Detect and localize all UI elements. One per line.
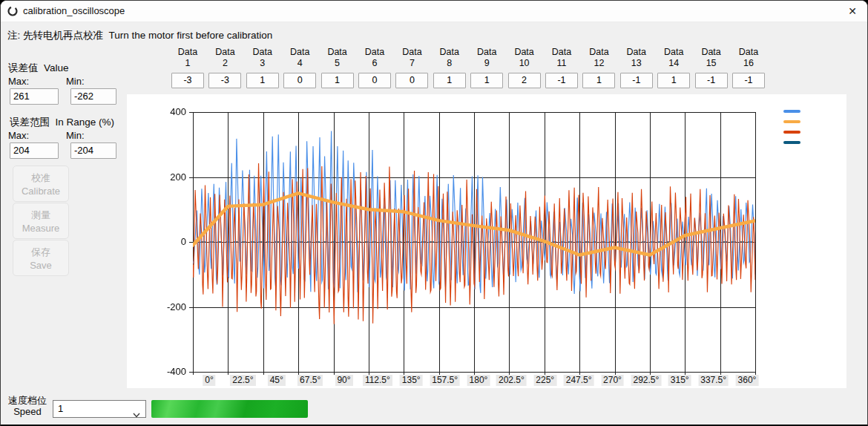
data-field-input-15[interactable]: -1 bbox=[695, 73, 728, 88]
x-axis-label: 0° bbox=[203, 375, 215, 386]
error-range-title: 误差范围 In Range (%) bbox=[10, 116, 114, 129]
save-button-label-en: Save bbox=[13, 260, 68, 271]
data-field-label: Data 4 bbox=[283, 47, 317, 69]
error-value-min-input[interactable]: -262 bbox=[70, 88, 116, 105]
data-field-label: Data 13 bbox=[619, 47, 654, 69]
data-field-11: Data 11-1 bbox=[545, 47, 579, 88]
error-value-min-label: Min: bbox=[66, 76, 85, 87]
data-field-label: Data 3 bbox=[246, 47, 280, 69]
error-value-title: 误差值 Value bbox=[8, 62, 69, 75]
x-axis-label: 67.5° bbox=[297, 375, 323, 386]
data-field-1: Data 1-3 bbox=[171, 47, 205, 88]
data-field-input-6[interactable]: 0 bbox=[358, 73, 391, 88]
data-field-label: Data 15 bbox=[694, 47, 729, 69]
data-field-3: Data 31 bbox=[246, 47, 280, 88]
calibrate-button-label-zh: 校准 bbox=[13, 171, 68, 185]
error-value-max-label: Max: bbox=[8, 76, 29, 87]
data-field-6: Data 60 bbox=[358, 47, 392, 88]
data-field-input-16[interactable]: -1 bbox=[732, 73, 765, 88]
save-button[interactable]: 保存 Save bbox=[13, 240, 69, 276]
save-button-label-zh: 保存 bbox=[13, 246, 68, 259]
data-field-input-8[interactable]: 1 bbox=[433, 73, 466, 88]
data-field-label: Data 6 bbox=[358, 47, 392, 69]
calibrate-button-label-en: Calibrate bbox=[13, 186, 68, 197]
data-field-label: Data 5 bbox=[320, 47, 355, 69]
x-axis-label: 337.5° bbox=[698, 375, 729, 386]
measure-button[interactable]: 测量 Measure bbox=[13, 203, 69, 239]
data-field-9: Data 91 bbox=[470, 47, 504, 88]
app-window: calibration_oscilloscope ✕ 注: 先转电机再点校准 T… bbox=[0, 0, 868, 426]
data-field-label: Data 1 bbox=[171, 47, 205, 69]
y-axis-label: -200 bbox=[149, 301, 186, 313]
data-field-input-14[interactable]: 1 bbox=[657, 73, 690, 88]
error-range-max-input[interactable]: 204 bbox=[10, 142, 59, 159]
data-field-input-13[interactable]: -1 bbox=[620, 73, 653, 88]
data-field-2: Data 2-3 bbox=[208, 47, 242, 88]
data-field-label: Data 9 bbox=[470, 47, 504, 69]
x-axis-label: 90° bbox=[335, 375, 352, 386]
measure-button-label-zh: 测量 bbox=[13, 209, 68, 222]
measure-button-label-en: Measure bbox=[13, 223, 68, 234]
legend-swatch-baseline-teal bbox=[783, 141, 800, 144]
data-field-input-3[interactable]: 1 bbox=[246, 73, 279, 88]
x-axis-label: 202.5° bbox=[496, 375, 527, 386]
data-field-input-4[interactable]: 0 bbox=[283, 73, 316, 88]
close-button[interactable]: ✕ bbox=[844, 3, 861, 19]
error-range-min-label: Min: bbox=[66, 130, 85, 141]
error-value-max-input[interactable]: 261 bbox=[10, 88, 59, 105]
x-axis-label: 22.5° bbox=[230, 375, 255, 386]
data-field-4: Data 40 bbox=[283, 47, 317, 88]
data-field-label: Data 7 bbox=[395, 47, 429, 69]
speed-select[interactable]: 1 bbox=[53, 400, 146, 418]
data-field-15: Data 15-1 bbox=[694, 47, 729, 88]
x-axis-label: 292.5° bbox=[631, 375, 661, 386]
data-field-label: Data 12 bbox=[582, 47, 616, 69]
data-field-14: Data 141 bbox=[657, 47, 691, 88]
x-axis-label: 247.5° bbox=[564, 375, 594, 386]
x-axis-label: 315° bbox=[668, 375, 691, 386]
data-field-label: Data 14 bbox=[657, 47, 691, 69]
oscilloscope-panel: 4002000-200-400 0°22.5°45°67.5°90°112.5°… bbox=[127, 94, 846, 388]
x-axis-label: 360° bbox=[736, 375, 759, 386]
x-axis-label: 45° bbox=[268, 375, 286, 386]
data-field-input-7[interactable]: 0 bbox=[395, 73, 428, 88]
data-field-7: Data 70 bbox=[395, 47, 429, 88]
y-axis-label: -400 bbox=[149, 366, 186, 378]
error-range-min-input[interactable]: -204 bbox=[70, 142, 116, 159]
y-axis-label: 200 bbox=[149, 171, 186, 183]
data-field-12: Data 121 bbox=[582, 47, 616, 88]
x-axis-label: 225° bbox=[533, 375, 556, 386]
data-field-label: Data 11 bbox=[545, 47, 579, 69]
note-text: 注: 先转电机再点校准 Turn the motor first before … bbox=[7, 29, 272, 42]
legend-swatch-signal-blue bbox=[783, 110, 800, 113]
legend-swatch-signal-red bbox=[783, 131, 800, 134]
data-field-13: Data 13-1 bbox=[619, 47, 654, 88]
data-field-5: Data 51 bbox=[320, 47, 355, 88]
x-axis-label: 157.5° bbox=[430, 375, 460, 386]
oscilloscope-canvas bbox=[182, 103, 775, 385]
x-axis-label: 270° bbox=[601, 375, 624, 386]
x-axis-label: 135° bbox=[400, 375, 423, 386]
y-axis-label: 0 bbox=[149, 236, 186, 248]
x-axis-label: 180° bbox=[467, 375, 490, 386]
data-field-input-11[interactable]: -1 bbox=[545, 73, 578, 88]
data-field-label: Data 10 bbox=[507, 47, 542, 69]
app-icon bbox=[7, 5, 19, 17]
speed-label-zh: 速度档位 bbox=[4, 395, 51, 406]
data-field-input-9[interactable]: 1 bbox=[470, 73, 503, 88]
error-range-max-label: Max: bbox=[8, 130, 29, 141]
x-axis-label: 112.5° bbox=[363, 375, 392, 386]
y-axis-label: 400 bbox=[149, 106, 186, 118]
calibrate-button[interactable]: 校准 Calibrate bbox=[13, 166, 69, 202]
data-field-input-12[interactable]: 1 bbox=[582, 73, 615, 88]
window-title: calibration_oscilloscope bbox=[23, 1, 125, 22]
data-field-input-1[interactable]: -3 bbox=[171, 73, 204, 88]
data-field-input-5[interactable]: 1 bbox=[321, 73, 354, 88]
legend-swatch-average-orange bbox=[783, 120, 800, 123]
data-field-input-2[interactable]: -3 bbox=[208, 73, 241, 88]
speed-label: 速度档位 Speed bbox=[4, 395, 51, 417]
data-field-10: Data 102 bbox=[507, 47, 542, 88]
chevron-down-icon bbox=[133, 407, 140, 423]
data-field-input-10[interactable]: 2 bbox=[508, 73, 541, 88]
data-field-label: Data 8 bbox=[433, 47, 467, 69]
